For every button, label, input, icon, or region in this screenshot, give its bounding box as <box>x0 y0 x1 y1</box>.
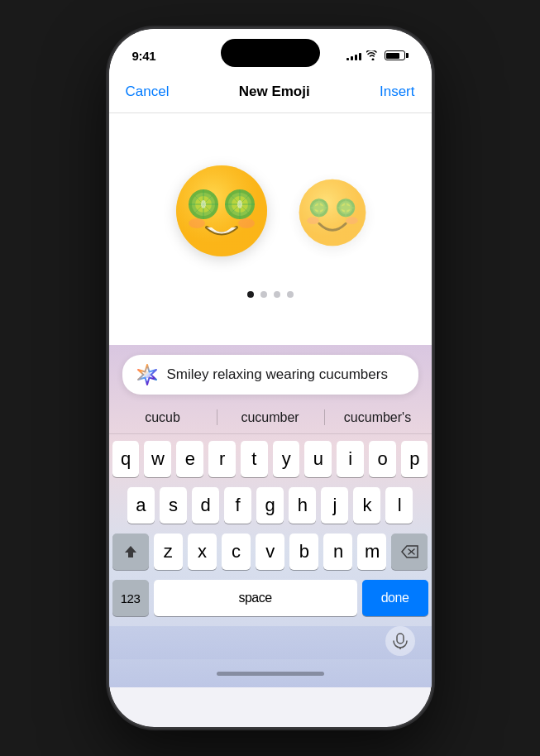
keyboard-bottom-row: 123 space done <box>112 580 428 616</box>
keyboard-row-2: a s d f g h j k l <box>112 487 428 524</box>
key-r[interactable]: r <box>208 441 236 477</box>
keyboard: q w e r t y u i o p a s d f g <box>109 434 432 626</box>
keyboard-row-1: q w e r t y u i o p <box>112 441 428 477</box>
keyboard-row-3: z x c v b n m <box>112 534 428 570</box>
key-b[interactable]: b <box>289 534 318 570</box>
text-input-wrapper: Smiley relaxing wearing cucumbers <box>109 345 432 401</box>
svg-point-32 <box>144 371 151 378</box>
input-text: Smiley relaxing wearing cucumbers <box>167 366 405 383</box>
key-y[interactable]: y <box>273 441 300 477</box>
battery-icon <box>385 50 409 60</box>
svg-point-18 <box>189 218 205 228</box>
shift-key[interactable] <box>112 534 149 570</box>
key-m[interactable]: m <box>357 534 386 570</box>
page-title: New Emoji <box>239 84 310 100</box>
key-d[interactable]: d <box>192 487 219 524</box>
svg-point-19 <box>238 218 255 228</box>
svg-point-1 <box>176 165 267 256</box>
key-f[interactable]: f <box>224 487 251 524</box>
autocomplete-item-3[interactable]: cucumber's <box>324 401 432 433</box>
key-o[interactable]: o <box>369 441 396 477</box>
svg-point-30 <box>307 217 319 224</box>
mic-row <box>109 626 432 659</box>
key-w[interactable]: w <box>144 441 171 477</box>
dot-3[interactable] <box>274 291 280 298</box>
space-key[interactable]: space <box>154 580 357 616</box>
secondary-emoji[interactable] <box>296 176 369 260</box>
done-key[interactable]: done <box>362 580 428 616</box>
delete-key[interactable] <box>391 534 428 570</box>
insert-button[interactable]: Insert <box>380 84 415 100</box>
key-u[interactable]: u <box>304 441 332 477</box>
autocomplete-item-1[interactable]: cucub <box>109 401 217 433</box>
text-input-field[interactable]: Smiley relaxing wearing cucumbers <box>122 355 418 395</box>
key-p[interactable]: p <box>401 441 428 477</box>
signal-icon <box>346 50 361 60</box>
home-indicator-area <box>109 659 432 687</box>
svg-point-9 <box>201 200 206 208</box>
key-e[interactable]: e <box>176 441 203 477</box>
key-c[interactable]: c <box>222 534 251 570</box>
key-x[interactable]: x <box>188 534 217 570</box>
keyboard-section: Smiley relaxing wearing cucumbers cucub … <box>109 345 432 687</box>
microphone-icon <box>393 633 408 649</box>
status-icons <box>346 50 409 60</box>
cancel-button[interactable]: Cancel <box>126 84 170 100</box>
key-l[interactable]: l <box>385 487 413 524</box>
key-j[interactable]: j <box>321 487 348 524</box>
dynamic-island <box>221 39 320 67</box>
key-t[interactable]: t <box>241 441 268 477</box>
svg-point-21 <box>299 179 366 246</box>
key-v[interactable]: v <box>256 534 284 570</box>
key-k[interactable]: k <box>353 487 380 524</box>
phone-frame: 9:41 <box>109 29 432 727</box>
dot-4[interactable] <box>287 291 294 298</box>
autocomplete-row: cucub cucumber cucumber's <box>109 401 432 434</box>
key-i[interactable]: i <box>337 441 364 477</box>
key-h[interactable]: h <box>289 487 316 524</box>
key-q[interactable]: q <box>112 441 140 477</box>
key-n[interactable]: n <box>323 534 352 570</box>
svg-point-31 <box>346 217 358 224</box>
screen: 9:41 <box>109 29 432 727</box>
emoji-display-area <box>109 113 432 345</box>
home-indicator <box>217 672 324 676</box>
key-s[interactable]: s <box>160 487 187 524</box>
pagination-dots <box>247 291 294 298</box>
dot-1[interactable] <box>247 291 254 298</box>
status-time: 9:41 <box>132 49 156 63</box>
microphone-button[interactable] <box>385 626 415 656</box>
key-g[interactable]: g <box>256 487 284 524</box>
svg-point-17 <box>237 200 242 208</box>
svg-rect-35 <box>397 634 404 644</box>
key-z[interactable]: z <box>154 534 183 570</box>
wifi-icon <box>366 50 380 60</box>
genmoji-icon <box>136 363 159 386</box>
autocomplete-item-2[interactable]: cucumber <box>217 401 324 433</box>
key-a[interactable]: a <box>127 487 155 524</box>
emoji-row <box>172 161 369 275</box>
main-emoji[interactable] <box>172 161 271 275</box>
dot-2[interactable] <box>260 291 267 298</box>
numbers-key[interactable]: 123 <box>112 580 149 616</box>
nav-bar: Cancel New Emoji Insert <box>109 70 432 113</box>
